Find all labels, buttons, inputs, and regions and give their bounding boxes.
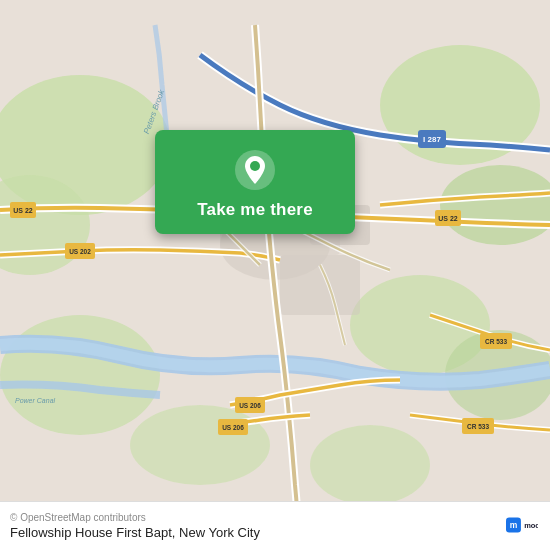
map-container: I 287 US 22 US 22 US 202 US 206 US 206 C…	[0, 0, 550, 550]
svg-text:US 206: US 206	[222, 424, 244, 431]
svg-text:US 22: US 22	[13, 207, 33, 214]
svg-point-8	[130, 405, 270, 485]
map-svg: I 287 US 22 US 22 US 202 US 206 US 206 C…	[0, 0, 550, 550]
svg-point-33	[250, 161, 260, 171]
svg-text:I 287: I 287	[423, 135, 441, 144]
moovit-logo-icon: m moovit	[506, 510, 538, 542]
take-me-there-label: Take me there	[197, 200, 313, 220]
svg-text:CR 533: CR 533	[467, 423, 489, 430]
bottom-left: © OpenStreetMap contributors Fellowship …	[10, 512, 260, 540]
svg-text:US 206: US 206	[239, 402, 261, 409]
take-me-there-card[interactable]: Take me there	[155, 130, 355, 234]
copyright-text: © OpenStreetMap contributors	[10, 512, 260, 523]
location-pin-icon	[233, 148, 277, 192]
svg-text:Power Canal: Power Canal	[15, 397, 56, 404]
svg-point-7	[0, 315, 160, 435]
svg-point-9	[310, 425, 430, 505]
svg-text:US 202: US 202	[69, 248, 91, 255]
svg-text:moovit: moovit	[524, 521, 538, 530]
svg-text:m: m	[510, 520, 518, 530]
moovit-logo: m moovit	[506, 510, 538, 542]
svg-text:CR 533: CR 533	[485, 338, 507, 345]
svg-text:US 22: US 22	[438, 215, 458, 222]
location-name: Fellowship House First Bapt, New York Ci…	[10, 525, 260, 540]
bottom-bar: © OpenStreetMap contributors Fellowship …	[0, 501, 550, 550]
